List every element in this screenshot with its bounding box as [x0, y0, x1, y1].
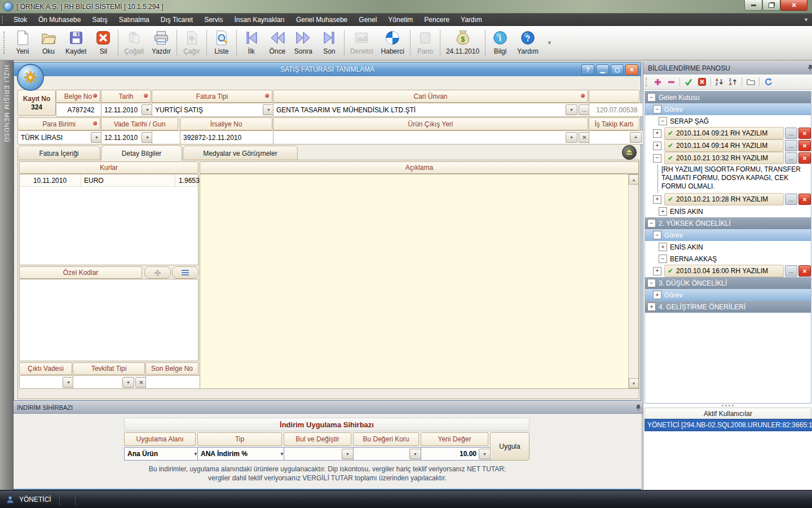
person-berna-akkas[interactable]: − BERNA AKKAŞ — [645, 253, 811, 265]
pin-icon[interactable] — [807, 64, 812, 73]
toolbar-sil-button[interactable]: Sil — [90, 26, 116, 60]
task-delete-button[interactable]: ✕ — [798, 152, 811, 164]
expander-icon[interactable]: + — [653, 129, 661, 138]
remove-item-button[interactable] — [666, 77, 676, 87]
vade-field[interactable]: 12.11.2010 — [101, 130, 157, 144]
tip-combo[interactable]: ANA İndirim %▼ — [197, 447, 288, 461]
expander-icon[interactable]: + — [659, 243, 667, 251]
expander-icon[interactable]: + — [659, 207, 667, 216]
aciklama-textarea[interactable]: ▲ ▼ — [200, 174, 639, 389]
toolbar-overflow-icon[interactable]: ▼ — [547, 40, 552, 46]
toolbar-sonra-button[interactable]: Sonra — [290, 26, 316, 60]
section-yuksek-oncelikli[interactable]: − 2. YÜKSEK ÖNCELİKLİ — [645, 217, 811, 229]
menu-stok[interactable]: Stok — [8, 14, 33, 26]
expander-icon[interactable]: − — [647, 219, 656, 227]
person-enis-akin[interactable]: + ENİS AKIN — [645, 241, 811, 253]
tab-fatura-icerigi[interactable]: Fatura İçeriği — [17, 146, 100, 161]
expander-icon[interactable]: − — [659, 117, 667, 125]
invoice-close-button[interactable]: ✕ — [625, 64, 638, 75]
task-more-button[interactable]: … — [785, 265, 797, 277]
invoice-maximize-button[interactable]: ▢ — [611, 64, 624, 75]
bul-ve-degistir-field[interactable] — [284, 447, 357, 461]
menu-insan-kaynaklari[interactable]: İnsan Kaynakları — [229, 14, 290, 26]
expander-icon[interactable]: − — [659, 255, 667, 263]
menu-pencere[interactable]: Pencere — [418, 14, 455, 26]
cari-unvan-dropdown-button[interactable] — [566, 104, 577, 115]
vade-gun-field[interactable] — [152, 130, 184, 144]
toolbar-once-button[interactable]: Önce — [264, 26, 290, 60]
expander-icon[interactable]: + — [653, 267, 661, 275]
toolbar-son-button[interactable]: Son — [316, 26, 342, 60]
minimize-button[interactable] — [744, 0, 762, 11]
kurlar-row[interactable]: 10.11.2010 EURO 1.9653 — [20, 174, 198, 187]
tab-medyalar[interactable]: Medyalar ve Görüşmeler — [183, 146, 298, 161]
kurlar-grid[interactable]: 10.11.2010 EURO 1.9653 — [19, 174, 198, 265]
task-row[interactable]: − ✔2010.10.21 10:32 RH YAZILIM … ✕ — [645, 152, 811, 164]
expander-icon[interactable]: − — [653, 105, 661, 113]
task-row[interactable]: + ✔2010.11.04 09:14 RH YAZILIM … ✕ — [645, 139, 811, 152]
sort-za-button[interactable]: ZA — [728, 77, 738, 87]
task-more-button[interactable]: … — [785, 152, 797, 164]
urun-cikis-field[interactable]: ✕ — [273, 130, 594, 144]
ozel-kodlar-list[interactable] — [19, 279, 198, 361]
son-belge-no-field[interactable] — [145, 375, 204, 389]
ozel-kodlar-list-button[interactable] — [172, 266, 198, 279]
toolbar-date-button[interactable]: $ 24.11.2010 — [442, 26, 483, 60]
menu-genel[interactable]: Genel — [353, 14, 382, 26]
toolbar-liste-button[interactable]: Liste — [209, 26, 235, 60]
restore-button[interactable] — [762, 0, 780, 11]
task-more-button[interactable]: … — [785, 140, 797, 151]
bu-degeri-koru-field[interactable] — [353, 447, 425, 461]
menu-yonetim[interactable]: Yönetim — [382, 14, 418, 26]
task-delete-button[interactable]: ✕ — [798, 265, 811, 277]
menu-satis[interactable]: Satış — [86, 14, 113, 26]
cari-unvan-field[interactable]: GENTA TASARIM VE MÜHENDİSLİK LTD.ŞTİ … — [273, 103, 594, 117]
toolbar-kaydet-button[interactable]: Kaydet — [61, 26, 90, 60]
tarih-field[interactable]: 12.11.2010 — [101, 103, 157, 117]
toolbar-bilgi-button[interactable]: i Bilgi — [487, 26, 513, 60]
urun-cikis-dropdown-button[interactable] — [566, 132, 577, 143]
scroll-down-icon[interactable]: ▼ — [629, 378, 639, 388]
yeni-deger-field[interactable]: 10.00 — [421, 447, 494, 461]
task-row[interactable]: + ✔2010.11.04 09:21 RH YAZILIM … ✕ — [645, 127, 811, 139]
irsaliye-field[interactable]: 392872-12.11.2010 — [180, 130, 278, 144]
sort-az-button[interactable]: AZ — [714, 77, 725, 87]
invoice-help-button[interactable]: ? — [581, 64, 594, 75]
task-more-button[interactable]: … — [785, 194, 797, 205]
person-enis-akin[interactable]: + ENİS AKIN — [645, 205, 811, 217]
aciklama-scrollbar[interactable]: ▲ ▼ — [628, 174, 638, 388]
reject-button[interactable] — [697, 77, 707, 87]
group-gorev[interactable]: + Görev — [645, 289, 811, 301]
tevkifat-tipi-dropdown-button[interactable] — [122, 377, 134, 388]
menu-yardim[interactable]: Yardım — [455, 14, 488, 26]
menu-dis-ticaret[interactable]: Dış Ticaret — [155, 14, 198, 26]
toolbar-yazdir-button[interactable]: Yazdır — [148, 26, 175, 60]
expander-icon[interactable]: − — [647, 279, 656, 287]
invoice-minimize-button[interactable]: ▁ — [596, 64, 609, 75]
cikti-vadesi-field[interactable] — [19, 375, 78, 389]
collapse-header-button[interactable] — [622, 145, 637, 160]
toolbar-yardim-button[interactable]: ? Yardım — [513, 26, 542, 60]
invoice-titlebar[interactable]: SATIŞ FATURASI TANIMLAMA — [14, 63, 641, 76]
toolbar-haberci-button[interactable]: Haberci — [377, 26, 408, 60]
expander-icon[interactable]: + — [653, 291, 661, 299]
is-takip-add-button[interactable]: + — [630, 132, 642, 143]
menubar-overflow-icon[interactable]: ▼ — [804, 17, 809, 23]
indirim-panel-header[interactable]: İNDİRİM SİHİRBAZI — [14, 402, 645, 414]
uygulama-alani-combo[interactable]: Ana Ürün▼ — [124, 447, 201, 461]
expander-icon[interactable]: − — [653, 154, 661, 163]
toolbar-yeni-button[interactable]: Yeni — [10, 26, 36, 60]
belge-no-field[interactable]: A787242 — [56, 103, 106, 117]
expander-icon[interactable]: − — [653, 231, 661, 239]
section-gelen-kutusu[interactable]: − Gelen Kutusu — [645, 91, 811, 103]
refresh-button[interactable] — [763, 77, 773, 87]
para-birimi-field[interactable]: TÜRK LİRASI — [17, 130, 106, 144]
bu-degeri-koru-dropdown-button[interactable] — [409, 449, 421, 459]
menu-satinalma[interactable]: Satınalma — [113, 14, 155, 26]
add-item-button[interactable] — [652, 77, 663, 87]
active-user-row[interactable]: YÖNETİCİ [294.NB-02.SQL2008.URUNLER:82:3… — [645, 419, 812, 431]
group-gorev[interactable]: − Görev — [645, 229, 811, 241]
menu-on-muhasebe[interactable]: Ön Muhasebe — [33, 14, 86, 26]
person-serap-sag[interactable]: − SERAP ŞAĞ — [645, 115, 811, 127]
close-button[interactable]: ✕ — [780, 0, 807, 11]
